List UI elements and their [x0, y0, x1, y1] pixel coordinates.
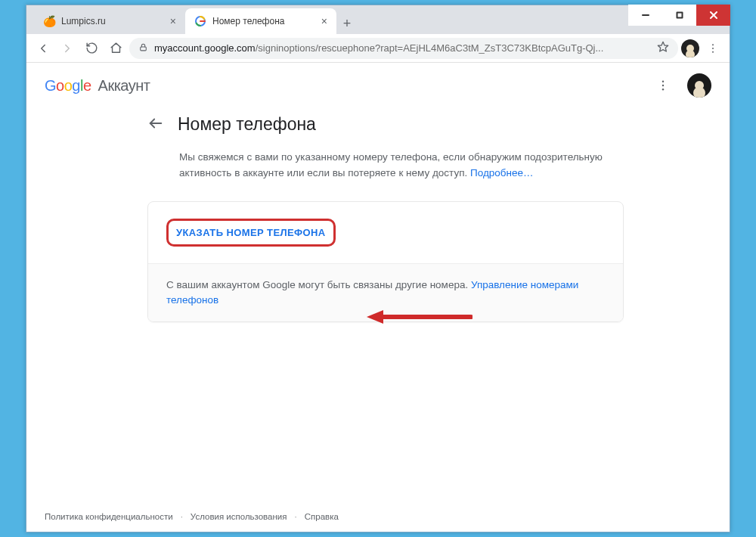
page-content: Google Аккаунт Номер телефона Мы свяжемс…: [26, 63, 730, 532]
lumpics-favicon-icon: 🍊: [43, 15, 55, 27]
window-controls: [628, 5, 730, 26]
new-tab-button[interactable]: +: [336, 13, 358, 34]
svg-point-11: [662, 85, 664, 86]
add-phone-button[interactable]: УКАЗАТЬ НОМЕР ТЕЛЕФОНА: [166, 219, 336, 247]
star-icon[interactable]: [657, 41, 669, 55]
tab-close-icon[interactable]: ×: [321, 15, 327, 27]
svg-point-9: [712, 51, 714, 52]
svg-point-7: [712, 44, 714, 45]
account-avatar[interactable]: [687, 73, 711, 98]
tab-close-icon[interactable]: ×: [170, 15, 176, 27]
url-text: myaccount.google.com/signinoptions/rescu…: [154, 42, 651, 54]
browser-toolbar: myaccount.google.com/signinoptions/rescu…: [26, 34, 730, 63]
google-account-logo[interactable]: Google Аккаунт: [45, 77, 150, 95]
home-button[interactable]: [105, 38, 126, 59]
page-description: Мы свяжемся с вами по указанному номеру …: [179, 150, 640, 182]
tab-title: Lumpics.ru: [61, 16, 164, 26]
browser-window: 🍊 Lumpics.ru × Номер телефона × + myacco…: [26, 5, 730, 532]
tab-lumpics[interactable]: 🍊 Lumpics.ru ×: [34, 8, 185, 34]
terms-link[interactable]: Условия использования: [191, 512, 287, 521]
svg-rect-1: [677, 13, 682, 18]
lock-icon: [138, 42, 148, 54]
svg-point-8: [712, 48, 714, 49]
header-menu-button[interactable]: [652, 75, 674, 96]
google-header: Google Аккаунт: [26, 63, 730, 108]
google-favicon-icon: [194, 15, 206, 27]
tab-title: Номер телефона: [212, 16, 315, 26]
card-info: С вашим аккаунтом Google могут быть связ…: [148, 263, 623, 322]
back-arrow-icon[interactable]: [147, 115, 164, 135]
privacy-link[interactable]: Политика конфиденциальности: [45, 512, 173, 521]
minimize-button[interactable]: [628, 5, 662, 26]
svg-point-10: [662, 81, 664, 82]
profile-avatar-small[interactable]: [681, 39, 699, 57]
svg-point-12: [662, 88, 664, 90]
back-button[interactable]: [33, 38, 54, 59]
page-footer: Политика конфиденциальности · Условия ис…: [45, 512, 339, 521]
tab-strip: 🍊 Lumpics.ru × Номер телефона × +: [26, 5, 730, 34]
address-bar[interactable]: myaccount.google.com/signinoptions/rescu…: [129, 38, 678, 59]
reload-button[interactable]: [81, 38, 102, 59]
phone-card: УКАЗАТЬ НОМЕР ТЕЛЕФОНА С вашим аккаунтом…: [147, 201, 624, 323]
forward-button[interactable]: [57, 38, 78, 59]
page-title: Номер телефона: [178, 114, 316, 135]
svg-rect-5: [141, 46, 147, 50]
browser-menu-button[interactable]: [702, 38, 723, 59]
learn-more-link[interactable]: Подробнее…: [470, 167, 534, 178]
svg-marker-6: [658, 42, 668, 51]
maximize-button[interactable]: [662, 5, 696, 26]
help-link[interactable]: Справка: [305, 512, 339, 521]
tab-phone-number[interactable]: Номер телефона ×: [185, 8, 336, 34]
close-window-button[interactable]: [696, 5, 730, 26]
